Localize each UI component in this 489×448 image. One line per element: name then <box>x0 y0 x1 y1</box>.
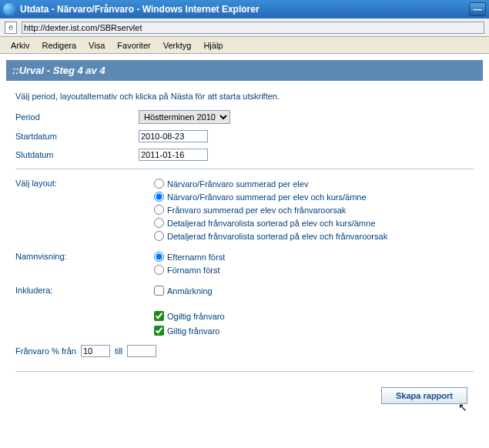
ie-globe-icon <box>3 3 15 15</box>
radio-fornamn[interactable]: Förnamn först <box>154 265 225 275</box>
menu-redigera[interactable]: Redigera <box>35 39 82 52</box>
check-anmarkning[interactable]: Anmärkning <box>154 286 213 296</box>
namn-radio-group: Efternamn först Förnamn först <box>154 252 225 275</box>
address-input[interactable] <box>22 22 484 34</box>
label-layout: Välj layout: <box>15 179 154 188</box>
window-titlebar: Utdata - Närvaro/Frånvaro - Windows Inte… <box>0 0 489 18</box>
window-title: Utdata - Närvaro/Frånvaro - Windows Inte… <box>20 4 260 15</box>
slutdatum-input[interactable] <box>139 149 208 161</box>
startdatum-input[interactable] <box>139 130 208 142</box>
page-content: ::Urval - Steg 4 av 4 Välj period, layou… <box>0 54 489 416</box>
minimize-button[interactable]: — <box>469 2 486 16</box>
label-franvaro-pct: Frånvaro % från <box>15 346 76 356</box>
page-icon: e <box>5 22 17 34</box>
menu-visa[interactable]: Visa <box>82 39 111 52</box>
franvaro-from-input[interactable] <box>81 345 110 357</box>
menu-hjalp[interactable]: Hjälp <box>197 39 229 52</box>
label-till: till <box>115 346 122 356</box>
row-namnvisning: Namnvisning: Efternamn först Förnamn för… <box>15 252 474 275</box>
row-franvaro-pct: Frånvaro % från till <box>15 345 474 357</box>
row-layout: Välj layout: Närvaro/Frånvaro summerad p… <box>15 179 474 241</box>
row-slutdatum: Slutdatum <box>15 149 474 161</box>
menu-verktyg[interactable]: Verktyg <box>157 39 198 52</box>
address-bar: e <box>0 18 489 37</box>
check-giltig[interactable]: Giltig frånvaro <box>154 326 474 336</box>
radio-layout-3[interactable]: Frånvaro summerad per elev och frånvaroo… <box>154 205 387 215</box>
menu-favoriter[interactable]: Favoriter <box>111 39 156 52</box>
separator-2 <box>15 371 474 372</box>
row-inkludera: Inkludera: Anmärkning <box>15 286 474 300</box>
menu-arkiv[interactable]: Arkiv <box>5 39 35 52</box>
radio-efternamn[interactable]: Efternamn först <box>154 252 225 262</box>
row-period: Period Höstterminen 2010 <box>15 110 474 124</box>
label-slutdatum: Slutdatum <box>15 150 139 159</box>
panel-title: ::Urval - Steg 4 av 4 <box>6 60 483 81</box>
panel-body: Välj period, layoutalternativ och klicka… <box>6 81 483 410</box>
label-startdatum: Startdatum <box>15 132 139 141</box>
menu-bar: Arkiv Redigera Visa Favoriter Verktyg Hj… <box>0 37 489 54</box>
check-ogiltig[interactable]: Ogiltig frånvaro <box>154 311 474 321</box>
label-period: Period <box>15 112 139 122</box>
radio-layout-2[interactable]: Närvaro/Frånvaro summerad per elev och k… <box>154 192 387 202</box>
radio-layout-4[interactable]: Detaljerad frånvarolista sorterad på ele… <box>154 218 387 228</box>
radio-layout-5[interactable]: Detaljerad frånvarolista sorterad på ele… <box>154 231 387 241</box>
radio-layout-1[interactable]: Närvaro/Frånvaro summerad per elev <box>154 179 387 189</box>
period-select[interactable]: Höstterminen 2010 <box>139 110 230 124</box>
label-inkludera: Inkludera: <box>15 286 154 295</box>
layout-radio-group: Närvaro/Frånvaro summerad per elev Närva… <box>154 179 387 241</box>
row-startdatum: Startdatum <box>15 130 474 142</box>
instruction-text: Välj period, layoutalternativ och klicka… <box>15 92 474 101</box>
skapa-rapport-button[interactable]: Skapa rapport <box>381 387 467 404</box>
button-row: Skapa rapport ↖ <box>15 381 474 404</box>
franvaro-to-input[interactable] <box>127 345 156 357</box>
label-namnvisning: Namnvisning: <box>15 252 154 261</box>
separator-1 <box>15 169 474 169</box>
